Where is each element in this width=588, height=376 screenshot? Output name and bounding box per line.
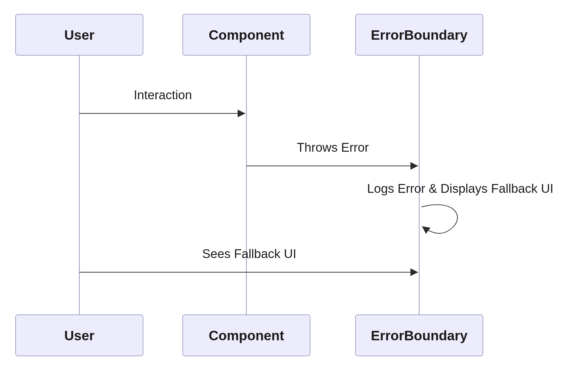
actor-label: User (64, 28, 95, 43)
message-label: Interaction (134, 88, 192, 102)
actor-component-bottom: Component (183, 315, 310, 356)
message-logs-error-fallback: Logs Error & Displays Fallback UI (367, 181, 553, 233)
actor-user-top: User (16, 14, 143, 55)
message-label: Sees Fallback UI (202, 247, 297, 261)
actor-label: Component (209, 28, 284, 43)
actor-user-bottom: User (16, 315, 143, 356)
actor-errorboundary-bottom: ErrorBoundary (355, 315, 483, 356)
actor-label: ErrorBoundary (371, 28, 468, 43)
actor-label: ErrorBoundary (371, 328, 468, 343)
message-sees-fallback-ui: Sees Fallback UI (79, 247, 418, 272)
message-label: Logs Error & Displays Fallback UI (367, 181, 553, 195)
actor-component-top: Component (183, 14, 310, 55)
message-interaction: Interaction (79, 88, 245, 113)
actor-label: Component (209, 328, 284, 343)
actor-errorboundary-top: ErrorBoundary (355, 14, 483, 55)
sequence-diagram: User Component ErrorBoundary Interaction… (0, 0, 588, 376)
message-throws-error: Throws Error (246, 140, 418, 166)
actor-label: User (64, 328, 95, 343)
message-label: Throws Error (297, 140, 369, 154)
